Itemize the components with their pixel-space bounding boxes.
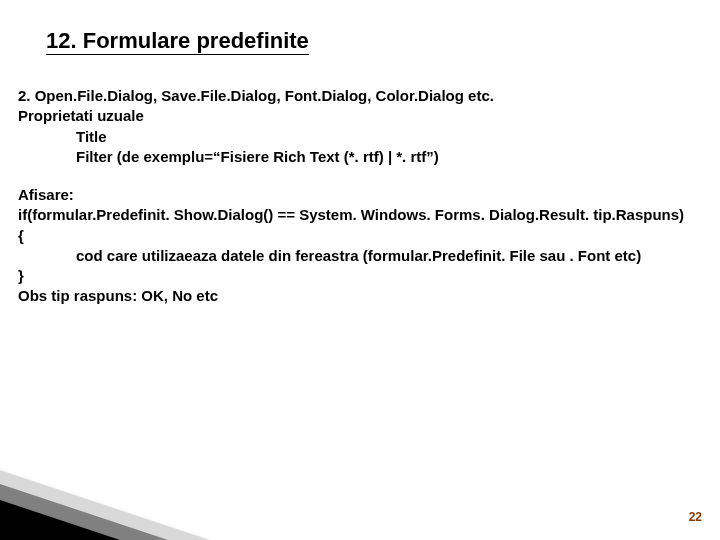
slide-title-text: 12. Formulare predefinite [46, 28, 309, 55]
body-line-if: if(formular.Predefinit. Show.Dialog() ==… [18, 205, 716, 225]
slide-title: 12. Formulare predefinite [46, 28, 309, 54]
body-line-prop-filter: Filter (de exemplu=“Fisiere Rich Text (*… [18, 147, 716, 167]
slide-body: 2. Open.File.Dialog, Save.File.Dialog, F… [18, 86, 716, 307]
corner-decoration [0, 470, 210, 540]
slide: 12. Formulare predefinite 2. Open.File.D… [0, 0, 720, 540]
svg-marker-1 [0, 484, 168, 540]
body-line-props-label: Proprietati uzuale [18, 106, 716, 126]
body-line-afisare-label: Afisare: [18, 185, 716, 205]
svg-marker-2 [0, 500, 120, 540]
body-line-cod: cod care utilizaeaza datele din fereastr… [18, 246, 716, 266]
spacer [18, 167, 716, 185]
svg-marker-0 [0, 470, 210, 540]
page-number: 22 [689, 510, 702, 524]
body-line-close-brace: } [18, 266, 716, 286]
body-line-prop-title: Title [18, 127, 716, 147]
body-line-dialogs: 2. Open.File.Dialog, Save.File.Dialog, F… [18, 86, 716, 106]
body-line-obs: Obs tip raspuns: OK, No etc [18, 286, 716, 306]
body-line-open-brace: { [18, 226, 716, 246]
